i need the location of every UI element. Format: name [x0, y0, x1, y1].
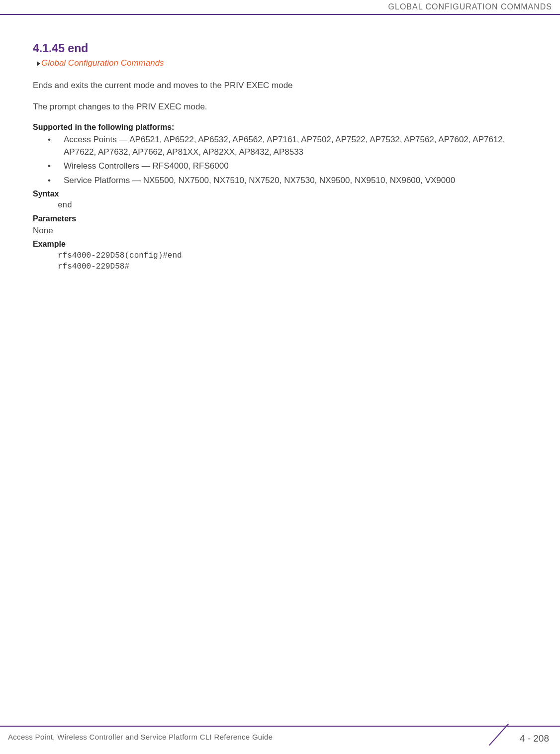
breadcrumb-text: Global Configuration Commands: [41, 58, 164, 68]
section-title: 4.1.45 end: [33, 42, 534, 55]
triangle-right-icon: [37, 61, 40, 66]
description-1: Ends and exits the current mode and move…: [33, 80, 534, 92]
list-item: Wireless Controllers — RFS4000, RFS6000: [48, 160, 534, 173]
running-header: GLOBAL CONFIGURATION COMMANDS: [388, 2, 552, 11]
list-item: Access Points — AP6521, AP6522, AP6532, …: [48, 134, 534, 158]
footer-guide-title: Access Point, Wireless Controller and Se…: [8, 733, 273, 741]
description-2: The prompt changes to the PRIV EXEC mode…: [33, 101, 534, 113]
breadcrumb: Global Configuration Commands: [37, 58, 534, 68]
example-heading: Example: [33, 240, 534, 249]
page-content: 4.1.45 end Global Configuration Commands…: [33, 42, 534, 274]
platforms-list: Access Points — AP6521, AP6522, AP6532, …: [48, 134, 534, 187]
page-slash-icon: [486, 723, 510, 747]
parameters-value: None: [33, 225, 534, 237]
page-number: 4 - 208: [520, 733, 549, 744]
syntax-code: end: [58, 200, 534, 211]
supported-heading: Supported in the following platforms:: [33, 123, 534, 132]
parameters-heading: Parameters: [33, 214, 534, 223]
syntax-heading: Syntax: [33, 189, 534, 198]
list-item: Service Platforms — NX5500, NX7500, NX75…: [48, 175, 534, 187]
example-code: rfs4000-229D58(config)#end rfs4000-229D5…: [58, 251, 534, 272]
footer-rule: [0, 726, 560, 727]
header-rule: [0, 14, 560, 15]
